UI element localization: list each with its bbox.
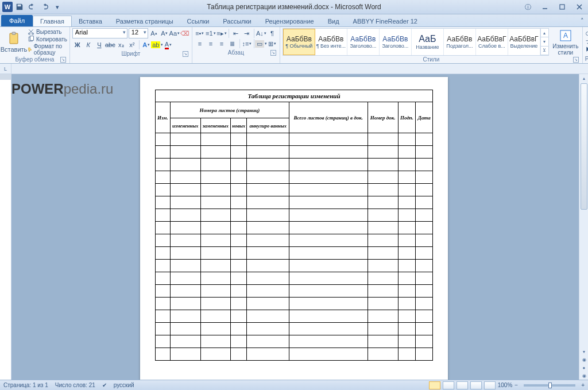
align-center-button[interactable]: ≡ (206, 38, 216, 49)
table-row[interactable] (156, 310, 433, 323)
table-row[interactable] (156, 159, 433, 171)
table-row[interactable] (156, 260, 433, 272)
superscript-button[interactable]: x² (127, 40, 137, 50)
grow-font-button[interactable]: A▴ (149, 29, 158, 38)
paste-button[interactable]: Вставить (2, 32, 25, 53)
view-outline[interactable] (470, 381, 482, 389)
table-row[interactable] (156, 196, 433, 209)
status-page[interactable]: Страница: 1 из 1 (3, 382, 48, 388)
font-launcher[interactable]: ↘ (183, 51, 188, 57)
select-button[interactable]: Выделить ▾ (585, 46, 588, 53)
view-web-layout[interactable] (457, 381, 468, 389)
vertical-scrollbar[interactable]: ▴ ▾ ◉ ● ◉ (579, 74, 588, 380)
status-language[interactable]: русский (114, 382, 134, 388)
zoom-in-button[interactable]: + (581, 382, 585, 388)
redo-button[interactable] (39, 1, 51, 13)
table-row[interactable] (156, 184, 433, 196)
table-row[interactable] (156, 234, 433, 247)
borders-button[interactable]: ⊞ (267, 38, 277, 49)
highlight-button[interactable]: ab (152, 40, 163, 50)
close-button[interactable] (571, 1, 588, 13)
scroll-thumb[interactable] (581, 83, 587, 210)
font-color-button[interactable]: A (163, 40, 173, 50)
change-styles-button[interactable]: A Изменить стили (551, 29, 580, 56)
status-words[interactable]: Число слов: 21 (55, 382, 95, 388)
tab-references[interactable]: Ссылки (180, 16, 216, 26)
show-marks-button[interactable]: ¶ (267, 28, 277, 38)
tab-view[interactable]: Вид (321, 16, 346, 26)
justify-button[interactable]: ≣ (227, 38, 238, 49)
qat-customize[interactable]: ▾ (52, 1, 63, 13)
prev-page-button[interactable]: ◉ (579, 356, 588, 364)
view-draft[interactable] (484, 381, 496, 389)
align-right-button[interactable]: ≡ (216, 38, 227, 49)
cut-button[interactable]: Вырезать (28, 28, 67, 35)
clear-formatting-button[interactable]: ⌫ (180, 29, 189, 38)
zoom-level[interactable]: 100% (498, 382, 513, 388)
view-full-screen[interactable] (443, 381, 454, 389)
style-item[interactable]: АаБбВвПодзагол... (444, 29, 476, 55)
underline-button[interactable]: Ч (94, 40, 105, 50)
style-item[interactable]: АаБбВвЗаголово... (347, 29, 380, 55)
decrease-indent-button[interactable]: ⇤ (231, 28, 241, 38)
change-case-button[interactable]: Aa (170, 29, 179, 38)
bullets-button[interactable]: ≡• (195, 28, 205, 38)
ruler-corner[interactable]: L (0, 64, 11, 74)
ribbon-minimize[interactable]: ˄ (577, 15, 588, 26)
style-item[interactable]: АаБбВвГСлабое в... (476, 29, 508, 55)
font-name-select[interactable]: Arial (72, 28, 127, 38)
format-painter-button[interactable]: Формат по образцу (28, 43, 67, 56)
gallery-spin-btn[interactable]: ▴ (541, 29, 548, 37)
vertical-ruler[interactable] (0, 74, 11, 380)
status-proofing-icon[interactable]: ✔ (102, 382, 107, 388)
text-effects-button[interactable]: A (141, 40, 152, 50)
tab-mailings[interactable]: Рассылки (216, 16, 258, 26)
table-row[interactable] (156, 133, 433, 146)
tab-file[interactable]: Файл (1, 15, 33, 26)
shading-button[interactable]: ▭ (256, 38, 266, 49)
maximize-button[interactable] (554, 1, 571, 13)
scroll-down-arrow[interactable]: ▾ (579, 347, 588, 356)
table-row[interactable] (156, 298, 433, 310)
table-row[interactable] (156, 209, 433, 222)
style-item[interactable]: АаБНазвание (412, 29, 444, 55)
page[interactable]: Таблица регистрации изменений Изм. Номер… (140, 77, 448, 380)
zoom-out-button[interactable]: − (514, 382, 518, 388)
para-launcher[interactable]: ↘ (270, 50, 276, 56)
find-button[interactable]: Найти ▾ (585, 31, 588, 38)
tab-page-layout[interactable]: Разметка страницы (109, 16, 180, 26)
strikethrough-button[interactable]: abc (105, 40, 115, 50)
table-row[interactable] (156, 285, 433, 298)
style-item[interactable]: АаБбВвГВыделение (508, 29, 540, 55)
zoom-slider[interactable] (524, 384, 575, 387)
table-row[interactable] (156, 146, 433, 159)
table-row[interactable] (156, 171, 433, 184)
replace-button[interactable]: Заменить (585, 38, 588, 45)
copy-button[interactable]: Копировать (28, 36, 67, 43)
table-row[interactable] (156, 335, 433, 348)
styles-launcher[interactable]: ↘ (573, 57, 579, 63)
next-page-button[interactable]: ◉ (579, 372, 588, 380)
table-row[interactable] (156, 222, 433, 234)
numbering-button[interactable]: ≡1 (206, 28, 216, 38)
multilevel-button[interactable]: ≡▸ (216, 28, 227, 38)
help-button[interactable]: ⓘ (519, 1, 536, 13)
font-size-select[interactable]: 12 (129, 28, 148, 38)
style-item[interactable]: АаБбВв¶ Без инте... (315, 29, 347, 55)
table-row[interactable] (156, 247, 433, 260)
style-item[interactable]: АаБбВвЗаголово... (380, 29, 412, 55)
browse-object-button[interactable]: ● (579, 364, 588, 372)
clipboard-launcher[interactable]: ↘ (60, 57, 66, 63)
increase-indent-button[interactable]: ⇥ (242, 28, 252, 38)
minimize-button[interactable] (536, 1, 554, 13)
style-item[interactable]: АаБбВв¶ Обычный (283, 29, 315, 55)
table-row[interactable] (156, 348, 433, 361)
subscript-button[interactable]: x₂ (116, 40, 126, 50)
shrink-font-button[interactable]: A▾ (160, 29, 169, 38)
line-spacing-button[interactable]: ↕≡ (242, 38, 252, 49)
bold-button[interactable]: Ж (72, 40, 83, 50)
view-print-layout[interactable] (429, 381, 440, 389)
sort-button[interactable]: A↓ (256, 28, 266, 38)
table-row[interactable] (156, 272, 433, 285)
scroll-up-arrow[interactable]: ▴ (579, 74, 588, 82)
